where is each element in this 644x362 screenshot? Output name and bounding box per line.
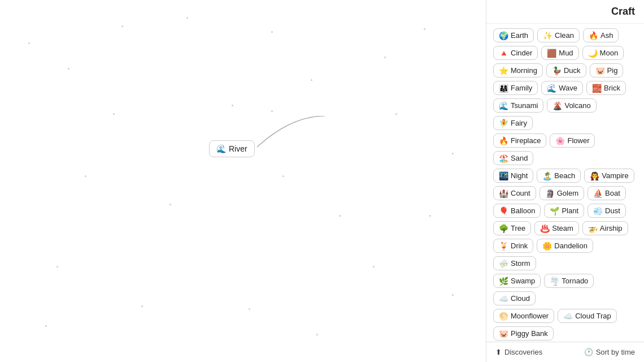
item-label: Swamp <box>511 277 535 285</box>
item-badge-cinder[interactable]: 🔺Cinder <box>493 46 538 60</box>
item-label: Volcano <box>564 101 590 110</box>
item-label: Moon <box>600 49 619 57</box>
item-badge-night[interactable]: 🌃Night <box>493 169 533 183</box>
item-label: Count <box>511 189 530 197</box>
item-badge-flower[interactable]: 🌸Flower <box>550 133 595 148</box>
item-badge-golem[interactable]: 🗿Golem <box>539 186 584 200</box>
item-badge-drink[interactable]: 🍹Drink <box>493 239 533 253</box>
canvas-dot <box>452 294 454 296</box>
item-badge-cloud-trap[interactable]: ☁️Cloud Trap <box>558 309 617 323</box>
item-icon: ☁️ <box>563 312 573 320</box>
item-icon: ⭐ <box>499 67 508 75</box>
item-icon: 🔥 <box>499 137 508 145</box>
item-badge-swamp[interactable]: 🌿Swamp <box>493 274 541 288</box>
item-icon: 🌱 <box>550 207 559 215</box>
item-badge-family[interactable]: 👨‍👩‍👧Family <box>493 81 538 95</box>
item-icon: 🔥 <box>589 32 598 40</box>
item-badge-duck[interactable]: 🦆Duck <box>546 63 586 77</box>
item-icon: 🌪️ <box>550 277 559 285</box>
item-label: Beach <box>554 171 575 180</box>
item-icon: 🧛 <box>590 172 599 180</box>
items-container[interactable]: 🌍Earth✨Clean🔥Ash🔺Cinder🟫Mud🌙Moon⭐Morning… <box>486 24 644 342</box>
item-badge-wave[interactable]: 🌊Wave <box>541 81 583 95</box>
canvas-dot <box>282 175 284 177</box>
item-icon: 🦆 <box>552 67 562 75</box>
item-label: Earth <box>511 31 528 40</box>
item-badge-storm[interactable]: ⛈️Storm <box>493 256 536 270</box>
item-label: Sand <box>511 154 528 162</box>
item-badge-sand[interactable]: 🏖️Sand <box>493 151 533 165</box>
sort-button[interactable]: 🕐 Sort by time <box>584 348 635 356</box>
item-badge-fairy[interactable]: 🧚Fairy <box>493 116 533 130</box>
connector-line <box>257 116 325 150</box>
item-label: Ash <box>601 31 613 40</box>
item-badge-tree[interactable]: 🌳Tree <box>493 221 531 235</box>
item-badge-moon[interactable]: 🌙Moon <box>582 46 624 60</box>
item-badge-airship[interactable]: 🚁Airship <box>582 221 628 235</box>
item-badge-piggy-bank[interactable]: 🐷Piggy Bank <box>493 326 554 341</box>
item-icon: 🗿 <box>545 189 555 197</box>
canvas-dot <box>68 68 69 70</box>
item-badge-steam[interactable]: ♨️Steam <box>534 221 579 235</box>
river-node[interactable]: 🌊 River <box>209 140 255 157</box>
canvas-dot <box>271 31 273 33</box>
sidebar-header: Craft <box>486 0 644 24</box>
item-icon: ⛵ <box>593 189 603 197</box>
canvas-dot <box>186 17 188 19</box>
canvas-dot <box>85 175 86 177</box>
canvas-area[interactable]: 🌊 River <box>0 0 486 362</box>
item-badge-fireplace[interactable]: 🔥Fireplace <box>493 133 546 148</box>
item-badge-vampire[interactable]: 🧛Vampire <box>584 169 634 183</box>
item-label: Tornado <box>562 277 588 285</box>
item-badge-dust[interactable]: 💨Dust <box>588 204 626 218</box>
item-badge-clean[interactable]: ✨Clean <box>537 28 580 42</box>
item-badge-beach[interactable]: 🏝️Beach <box>537 169 581 183</box>
item-badge-balloon[interactable]: 🎈Balloon <box>493 204 541 218</box>
canvas-dot <box>452 153 454 154</box>
item-icon: 🌿 <box>499 277 508 285</box>
item-badge-ash[interactable]: 🔥Ash <box>583 28 619 42</box>
item-label: Boat <box>605 189 620 197</box>
items-row: 🔥Fireplace🌸Flower🏖️Sand <box>493 133 637 165</box>
discoveries-button[interactable]: ⬆ Discoveries <box>495 348 542 356</box>
items-row: 🌍Earth✨Clean🔥Ash <box>493 28 637 42</box>
river-label: River <box>229 144 247 153</box>
item-badge-volcano[interactable]: 🌋Volcano <box>547 98 596 113</box>
item-badge-mud[interactable]: 🟫Mud <box>541 46 578 60</box>
item-badge-morning[interactable]: ⭐Morning <box>493 63 543 77</box>
canvas-dot <box>271 110 273 112</box>
canvas-dot <box>316 334 318 335</box>
canvas-dot <box>373 266 375 268</box>
item-icon: ⛈️ <box>499 260 508 268</box>
item-badge-pig[interactable]: 🐷Pig <box>590 63 624 77</box>
item-badge-moonflower[interactable]: 🌕Moonflower <box>493 309 554 323</box>
item-icon: 🌸 <box>555 137 565 145</box>
item-label: Brick <box>604 84 620 92</box>
canvas-dot <box>232 105 233 106</box>
items-row: 🌊Tsunami🌋Volcano🧚Fairy <box>493 98 637 130</box>
item-icon: 💨 <box>593 207 603 215</box>
item-label: Fairy <box>511 119 527 127</box>
canvas-dot <box>384 57 386 58</box>
sort-label: Sort by time <box>596 348 635 356</box>
item-badge-tsunami[interactable]: 🌊Tsunami <box>493 98 543 113</box>
item-icon: 🟫 <box>547 49 556 57</box>
item-label: Wave <box>559 84 577 92</box>
item-label: Family <box>511 84 532 92</box>
item-icon: 🌕 <box>499 312 508 320</box>
item-badge-brick[interactable]: 🧱Brick <box>586 81 626 95</box>
item-label: Mud <box>559 49 573 57</box>
item-icon: 🏖️ <box>499 154 508 162</box>
item-badge-plant[interactable]: 🌱Plant <box>544 204 584 218</box>
item-badge-cloud[interactable]: ☁️Cloud <box>493 291 536 305</box>
item-badge-boat[interactable]: ⛵Boat <box>588 186 626 200</box>
item-badge-tornado[interactable]: 🌪️Tornado <box>544 274 594 288</box>
items-row: 🔺Cinder🟫Mud🌙Moon <box>493 46 637 60</box>
item-icon: 🍹 <box>499 242 508 250</box>
item-icon: 🔺 <box>499 49 508 57</box>
item-badge-earth[interactable]: 🌍Earth <box>493 28 534 42</box>
item-label: Steam <box>552 224 573 232</box>
item-icon: 🌋 <box>552 102 562 110</box>
item-badge-dandelion[interactable]: 🌼Dandelion <box>537 239 593 253</box>
item-badge-count[interactable]: 🏰Count <box>493 186 536 200</box>
